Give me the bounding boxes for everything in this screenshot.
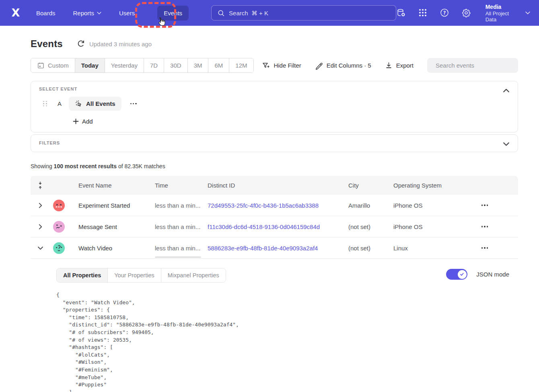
download-icon <box>385 62 393 69</box>
export-button[interactable]: Export <box>385 62 414 69</box>
event-name: Message Sent <box>72 223 149 230</box>
logo-glyph: X <box>12 6 20 19</box>
select-event-title: SELECT EVENT <box>39 87 510 91</box>
table-row-expanded[interactable]: Watch Video less than a min... 5886283e-… <box>31 237 518 259</box>
collapse-row-chevron-down-icon[interactable] <box>31 246 50 250</box>
hide-filter-button[interactable]: Hide Filter <box>262 62 301 70</box>
distinct-id-link[interactable]: 72d49553-25fc-4f0c-b436-1b5ac6ab3388 <box>208 202 319 209</box>
event-time: less than a min... <box>149 202 202 209</box>
plus-icon <box>73 118 79 124</box>
event-os: iPhone OS <box>387 223 466 230</box>
project-switcher[interactable]: Media All Project Data <box>486 3 530 23</box>
event-city: (not set) <box>342 223 387 230</box>
event-name: Experiment Started <box>72 202 149 209</box>
nav-item-reports[interactable]: Reports <box>73 10 102 17</box>
event-row-letter: A <box>58 100 62 107</box>
refresh-icon[interactable] <box>76 39 85 48</box>
event-time: less than a min... <box>149 223 202 230</box>
add-event-button[interactable]: Add <box>73 118 510 125</box>
table-row[interactable]: Experiment Started less than a min... 72… <box>31 195 518 216</box>
top-navbar: X Boards Reports Users Events <box>0 0 539 26</box>
table-row[interactable]: Message Sent less than a min... f11c30d6… <box>31 216 518 237</box>
event-selector-pill[interactable]: All Events <box>69 97 121 111</box>
global-search-input[interactable] <box>229 10 390 17</box>
row-more-options[interactable] <box>479 245 490 251</box>
settings-gear-icon[interactable] <box>461 8 471 18</box>
horizontal-scrollbar[interactable] <box>155 256 201 258</box>
event-os: iPhone OS <box>387 202 466 209</box>
event-avatar <box>53 242 65 254</box>
nav-item-boards[interactable]: Boards <box>36 10 56 17</box>
json-mode-label: JSON mode <box>476 271 509 278</box>
event-avatar <box>53 200 65 211</box>
chevron-down-icon <box>97 12 101 14</box>
results-summary: Showing 100 most recent results of 82.35… <box>31 163 518 169</box>
data-management-icon[interactable] <box>396 8 406 18</box>
toggle-knob <box>458 270 467 279</box>
col-header-event-name[interactable]: Event Name <box>72 182 149 189</box>
pencil-icon <box>315 62 323 70</box>
distinct-id-link[interactable]: f11c30d6-dc6d-4518-9136-0d046159c84d <box>208 223 320 230</box>
date-range-custom[interactable]: Custom <box>31 58 75 72</box>
events-table: Event Name Time Distinct ID City Operati… <box>31 176 518 392</box>
date-range-3m[interactable]: 3M <box>188 58 209 72</box>
distinct-id-link[interactable]: 5886283e-e9fb-48fb-81de-40e9093a2af4 <box>208 245 318 252</box>
date-range-30d[interactable]: 30D <box>164 58 188 72</box>
calendar-icon <box>37 62 45 69</box>
event-city: (not set) <box>342 245 387 252</box>
project-scope: All Project Data <box>486 10 521 23</box>
col-header-distinct-id[interactable]: Distinct ID <box>202 182 342 189</box>
date-range-7d[interactable]: 7D <box>144 58 164 72</box>
filters-panel: FILTERS <box>31 134 518 152</box>
event-city: Amarillo <box>342 202 387 209</box>
date-range-12m[interactable]: 12M <box>229 58 253 72</box>
filters-title: FILTERS <box>39 140 510 145</box>
project-name: Media <box>486 3 521 11</box>
main-content: Events Updated 3 minutes ago Custom <box>0 37 539 392</box>
collapse-panel-chevron-up-icon[interactable] <box>503 87 510 93</box>
collapse-all-rows-icon[interactable] <box>31 182 50 189</box>
navbar-right-cluster: ? Media All Project Data <box>396 3 530 23</box>
filter-funnel-icon <box>262 62 270 70</box>
nav-item-events[interactable]: Events <box>157 6 189 21</box>
page-title: Events <box>31 38 63 50</box>
search-events-input[interactable] <box>436 62 516 69</box>
row-more-options[interactable] <box>479 202 490 208</box>
chevron-down-icon <box>525 11 530 14</box>
date-range-today[interactable]: Today <box>75 58 105 72</box>
events-page: X Boards Reports Users Events <box>0 0 539 392</box>
edit-columns-button[interactable]: Edit Columns · 5 <box>315 62 371 70</box>
table-header-row: Event Name Time Distinct ID City Operati… <box>31 176 518 195</box>
select-event-panel: SELECT EVENT A All Events <box>31 81 518 132</box>
date-range-6m[interactable]: 6M <box>208 58 229 72</box>
col-header-time[interactable]: Time <box>149 182 202 189</box>
col-header-city[interactable]: City <box>342 182 387 189</box>
search-events-box[interactable] <box>427 58 518 73</box>
row-more-options[interactable] <box>479 223 490 229</box>
expand-filters-chevron-down-icon[interactable] <box>503 140 510 147</box>
expand-row-chevron-right-icon[interactable] <box>31 224 50 229</box>
event-json-view: { "event": "Watch Video", "properties": … <box>56 291 518 392</box>
event-os: Linux <box>387 245 466 252</box>
json-mode-toggle[interactable] <box>446 269 467 280</box>
tab-all-properties[interactable]: All Properties <box>57 268 108 282</box>
col-header-operating-system[interactable]: Operating System <box>387 182 466 189</box>
apps-grid-icon[interactable] <box>418 8 428 18</box>
check-icon <box>459 272 465 277</box>
event-more-options[interactable] <box>128 101 139 107</box>
magic-cursor-icon <box>75 100 82 107</box>
tab-your-properties[interactable]: Your Properties <box>108 268 161 282</box>
date-range-selector: Custom Today Yesterday 7D 30D 3M 6M 12M <box>31 58 254 73</box>
expand-row-chevron-right-icon[interactable] <box>31 203 50 208</box>
properties-tabs: All Properties Your Properties Mixpanel … <box>56 268 226 283</box>
help-icon[interactable]: ? <box>440 8 449 18</box>
drag-handle[interactable] <box>43 101 47 107</box>
mixpanel-logo[interactable]: X <box>9 6 23 20</box>
svg-text:?: ? <box>443 10 446 16</box>
nav-item-users[interactable]: Users <box>119 10 135 17</box>
global-search[interactable] <box>211 5 396 21</box>
event-avatar <box>53 221 65 233</box>
date-range-yesterday[interactable]: Yesterday <box>105 58 144 72</box>
tab-mixpanel-properties[interactable]: Mixpanel Properties <box>161 268 226 282</box>
event-detail-panel: All Properties Your Properties Mixpanel … <box>31 259 518 392</box>
